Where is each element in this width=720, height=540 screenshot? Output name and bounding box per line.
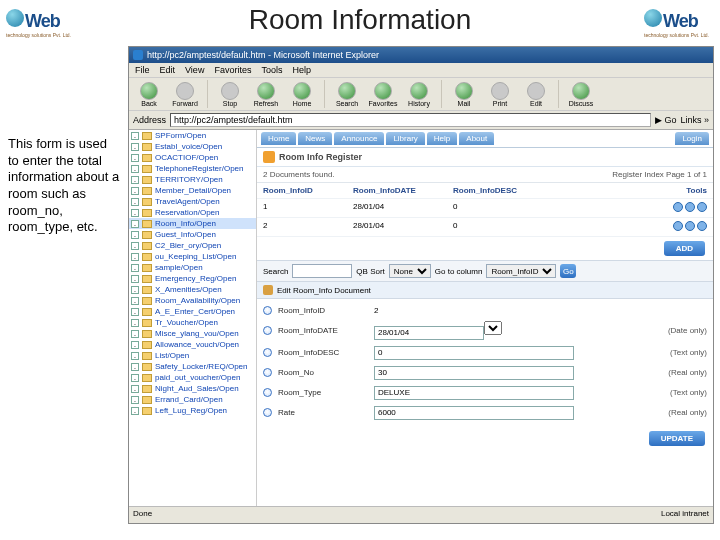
radio-icon[interactable]: [263, 348, 272, 357]
tree-item[interactable]: -C2_Bier_ory/Open: [129, 240, 256, 251]
expand-icon[interactable]: -: [131, 264, 139, 272]
expand-icon[interactable]: -: [131, 143, 139, 151]
search-input[interactable]: [292, 264, 352, 278]
expand-icon[interactable]: -: [131, 330, 139, 338]
update-button[interactable]: UPDATE: [649, 431, 705, 446]
tree-item[interactable]: -Room_Info/Open: [129, 218, 256, 229]
tree-item[interactable]: -Guest_Info/Open: [129, 229, 256, 240]
expand-icon[interactable]: -: [131, 231, 139, 239]
tab-library[interactable]: Library: [386, 132, 424, 145]
tree-item[interactable]: -Errand_Card/Open: [129, 394, 256, 405]
col-id[interactable]: Room_InfoID: [257, 183, 347, 198]
view-icon[interactable]: [673, 202, 683, 212]
tree-item[interactable]: -Allowance_vouch/Open: [129, 339, 256, 350]
back-button[interactable]: Back: [133, 82, 165, 107]
tree-item[interactable]: -OCACTIOF/Open: [129, 152, 256, 163]
tab-about[interactable]: About: [459, 132, 494, 145]
radio-icon[interactable]: [263, 326, 272, 335]
view-icon[interactable]: [673, 221, 683, 231]
expand-icon[interactable]: -: [131, 385, 139, 393]
tree-item[interactable]: -Night_Aud_Sales/Open: [129, 383, 256, 394]
tab-news[interactable]: News: [298, 132, 332, 145]
tree-item[interactable]: -Tr_Voucher/Open: [129, 317, 256, 328]
print-button[interactable]: Print: [484, 82, 516, 107]
tree-item[interactable]: -Establ_voice/Open: [129, 141, 256, 152]
menu-tools[interactable]: Tools: [261, 65, 282, 75]
tree-item[interactable]: -paid_out_voucher/Open: [129, 372, 256, 383]
go-search-button[interactable]: Go: [560, 264, 576, 278]
stop-button[interactable]: Stop: [214, 82, 246, 107]
text-field[interactable]: [374, 386, 574, 400]
qbsort-select[interactable]: None: [389, 264, 431, 278]
tree-item[interactable]: -Member_Detail/Open: [129, 185, 256, 196]
expand-icon[interactable]: -: [131, 297, 139, 305]
radio-icon[interactable]: [263, 388, 272, 397]
expand-icon[interactable]: -: [131, 220, 139, 228]
expand-icon[interactable]: -: [131, 165, 139, 173]
search-button[interactable]: Search: [331, 82, 363, 107]
home-button[interactable]: Home: [286, 82, 318, 107]
expand-icon[interactable]: -: [131, 242, 139, 250]
favorites-button[interactable]: Favorites: [367, 82, 399, 107]
expand-icon[interactable]: -: [131, 286, 139, 294]
expand-icon[interactable]: -: [131, 132, 139, 140]
tree-item[interactable]: -TelephoneRegister/Open: [129, 163, 256, 174]
menu-help[interactable]: Help: [292, 65, 311, 75]
menu-edit[interactable]: Edit: [160, 65, 176, 75]
menu-view[interactable]: View: [185, 65, 204, 75]
tab-login[interactable]: Login: [675, 132, 709, 145]
tree-item[interactable]: -TERRITORY/Open: [129, 174, 256, 185]
refresh-button[interactable]: Refresh: [250, 82, 282, 107]
delete-icon[interactable]: [697, 221, 707, 231]
radio-icon[interactable]: [263, 306, 272, 315]
tree-item[interactable]: -A_E_Enter_Cert/Open: [129, 306, 256, 317]
expand-icon[interactable]: -: [131, 341, 139, 349]
tree-item[interactable]: -Safety_Locker/REQ/Open: [129, 361, 256, 372]
expand-icon[interactable]: -: [131, 308, 139, 316]
history-button[interactable]: History: [403, 82, 435, 107]
expand-icon[interactable]: -: [131, 407, 139, 415]
discuss-button[interactable]: Discuss: [565, 82, 597, 107]
tree-item[interactable]: -Reservation/Open: [129, 207, 256, 218]
expand-icon[interactable]: -: [131, 198, 139, 206]
expand-icon[interactable]: -: [131, 275, 139, 283]
delete-icon[interactable]: [697, 202, 707, 212]
expand-icon[interactable]: -: [131, 352, 139, 360]
forward-button[interactable]: Forward: [169, 82, 201, 107]
expand-icon[interactable]: -: [131, 253, 139, 261]
add-button[interactable]: ADD: [664, 241, 705, 256]
table-row[interactable]: 228/01/040: [257, 218, 713, 237]
expand-icon[interactable]: -: [131, 396, 139, 404]
edit-row-icon[interactable]: [685, 221, 695, 231]
go-button[interactable]: ▶ Go: [655, 115, 677, 125]
radio-icon[interactable]: [263, 408, 272, 417]
column-select[interactable]: Room_InfoID: [486, 264, 556, 278]
tree-item[interactable]: -SPForm/Open: [129, 130, 256, 141]
expand-icon[interactable]: -: [131, 176, 139, 184]
text-field[interactable]: [374, 406, 574, 420]
date-field[interactable]: [374, 326, 484, 340]
col-date[interactable]: Room_InfoDATE: [347, 183, 447, 198]
tree-item[interactable]: -Room_Availability/Open: [129, 295, 256, 306]
tree-item[interactable]: -ou_Keeping_List/Open: [129, 251, 256, 262]
ie-edit-button[interactable]: Edit: [520, 82, 552, 107]
expand-icon[interactable]: -: [131, 154, 139, 162]
tab-help[interactable]: Help: [427, 132, 457, 145]
menu-file[interactable]: File: [135, 65, 150, 75]
expand-icon[interactable]: -: [131, 374, 139, 382]
date-picker[interactable]: [484, 321, 502, 335]
table-row[interactable]: 128/01/040: [257, 199, 713, 218]
expand-icon[interactable]: -: [131, 363, 139, 371]
mail-button[interactable]: Mail: [448, 82, 480, 107]
tree-item[interactable]: -Emergency_Reg/Open: [129, 273, 256, 284]
menu-favorites[interactable]: Favorites: [214, 65, 251, 75]
radio-icon[interactable]: [263, 368, 272, 377]
tree-item[interactable]: -Left_Lug_Reg/Open: [129, 405, 256, 416]
edit-row-icon[interactable]: [685, 202, 695, 212]
tree-item[interactable]: -sample/Open: [129, 262, 256, 273]
expand-icon[interactable]: -: [131, 187, 139, 195]
tree-item[interactable]: -TravelAgent/Open: [129, 196, 256, 207]
text-field[interactable]: [374, 366, 574, 380]
address-input[interactable]: http://pc2/amptest/default.htm: [170, 113, 651, 127]
tab-announce[interactable]: Announce: [334, 132, 384, 145]
